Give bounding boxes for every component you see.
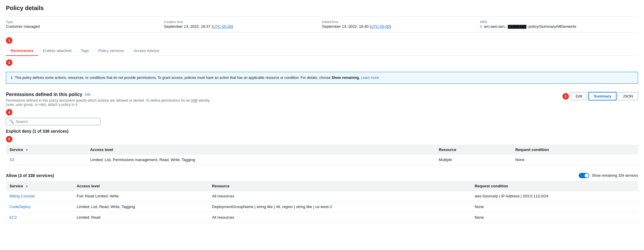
edited-label: Edited time <box>322 20 474 24</box>
learn-more-link[interactable]: Learn more <box>361 76 379 80</box>
allow-resource-billing: All resources <box>208 191 471 202</box>
allow-access-ec2: Limited: Read <box>73 212 208 223</box>
tab-policy-versions[interactable]: Policy versions <box>94 46 129 56</box>
meta-arn: ARN ⎘ arn:aws:iam::████████:policy/Summa… <box>480 20 638 29</box>
creation-utc-link[interactable]: UTC-05:00 <box>213 24 232 29</box>
deny-condition-s3: None <box>512 155 638 165</box>
btn-group-view: Edit Summary JSON <box>571 92 638 100</box>
allow-service-codedeploy: CodeDeploy <box>6 202 73 212</box>
tab-permissions[interactable]: Permissions <box>6 46 38 56</box>
toggle-group: Show remaining 334 services <box>579 173 638 178</box>
billing-console-link[interactable]: Billing Console <box>9 194 35 198</box>
table-row: Billing Console Full: Read Limited: Writ… <box>6 191 638 202</box>
meta-type: Type Customer managed <box>6 20 164 29</box>
explicit-deny-title: Explicit deny (1 of 338 services) <box>6 129 638 134</box>
permissions-section-title: Permissions defined in this policy <box>6 92 82 97</box>
permissions-info-link[interactable]: Info <box>85 92 91 97</box>
col-request-condition-allow: Request condition <box>471 181 638 191</box>
section-title-row: Permissions defined in this policy Info <box>6 92 213 97</box>
allow-condition-codedeploy: None <box>471 202 638 212</box>
summary-button[interactable]: Summary <box>588 92 617 100</box>
arn-value: ⎘ arn:aws:iam::████████:policy/SummaryAl… <box>480 24 632 29</box>
allow-table-body: Billing Console Full: Read Limited: Writ… <box>6 191 638 223</box>
arn-label: ARN <box>480 20 632 24</box>
allow-access-billing: Full: Read Limited: Write <box>73 191 208 202</box>
tabs-container: Permissions Entities attached Tags Polic… <box>6 46 638 56</box>
s3-link[interactable]: S3 <box>9 158 14 162</box>
allow-resource-ec2: All resources <box>208 212 471 223</box>
info-banner-text: This policy defines some actions, resour… <box>15 75 379 80</box>
page-title: Policy details <box>6 5 638 12</box>
step-badge-4: 4 <box>6 109 12 116</box>
permissions-section-desc: Permissions defined in this policy docum… <box>6 98 213 107</box>
toggle-knob <box>585 173 589 178</box>
allow-condition-billing: aws:SourceIp | IP Address | 203.0.113.0/… <box>471 191 638 202</box>
meta-creation: Creation time September 13, 2022, 16:37 … <box>164 20 322 29</box>
step-badge-5: 5 <box>6 136 12 142</box>
table-row: CodeDeploy Limited: List, Read, Write, T… <box>6 202 638 212</box>
tab-entities-attached[interactable]: Entities attached <box>38 46 76 56</box>
allow-access-codedeploy: Limited: List, Read, Write, Tagging <box>73 202 208 212</box>
iam-link[interactable]: IAM <box>191 98 197 103</box>
section-actions: 3 Edit Summary JSON <box>562 92 638 100</box>
tab-access-advisor[interactable]: Access Advisor <box>129 46 164 56</box>
allow-resource-codedeploy: DeploymentGroupName | string like | All,… <box>208 202 471 212</box>
permissions-section-left: Permissions defined in this policy Info … <box>6 92 213 107</box>
codedeploy-link[interactable]: CodeDeploy <box>9 204 31 209</box>
tab-tags[interactable]: Tags <box>76 46 93 56</box>
explicit-deny-header-row: Service ▼ Access level Resource Request … <box>6 145 638 155</box>
allow-service-ec2: EC2 <box>6 212 73 223</box>
explicit-deny-table-header: Service ▼ Access level Resource Request … <box>6 145 638 155</box>
col-resource-allow: Resource <box>208 181 471 191</box>
info-icon: ℹ <box>11 75 12 80</box>
allow-title: Allow (3 of 338 services) <box>6 173 54 178</box>
json-button[interactable]: JSON <box>618 92 638 100</box>
explicit-deny-table: Service ▼ Access level Resource Request … <box>6 145 638 165</box>
ec2-link[interactable]: EC2 <box>9 215 17 220</box>
edited-value: September 13, 2022, 16:40 (UTC-05:00) <box>322 24 474 29</box>
permissions-section-header: Permissions defined in this policy Info … <box>6 87 638 109</box>
step-badge-2: 2 <box>6 59 12 66</box>
table-row: S3 Limited: List, Permissions management… <box>6 155 638 165</box>
allow-section-header: Allow (3 of 338 services) Show remaining… <box>6 170 638 181</box>
allow-service-billing: Billing Console <box>6 191 73 202</box>
search-bar: 🔍 <box>6 118 100 125</box>
copy-icon[interactable]: ⎘ <box>480 25 482 29</box>
step-badge-3: 3 <box>562 93 569 100</box>
creation-label: Creation time <box>164 20 316 24</box>
meta-edited: Edited time September 13, 2022, 16:40 (U… <box>322 20 480 29</box>
allow-table-header: Service ▼ Access level Resource Request … <box>6 181 638 191</box>
deny-access-level-s3: Limited: List, Permissions management, R… <box>87 155 435 165</box>
toggle-label: Show remaining 334 services <box>592 173 638 178</box>
table-row: EC2 Limited: Read All resources None <box>6 212 638 223</box>
col-request-condition-deny: Request condition <box>512 145 638 155</box>
col-service-deny[interactable]: Service ▼ <box>6 145 87 155</box>
step-badge-1: 1 <box>6 37 12 44</box>
type-label: Type <box>6 20 158 24</box>
type-value: Customer managed <box>6 24 158 29</box>
meta-section: Type Customer managed Creation time Sept… <box>6 16 638 33</box>
deny-resource-s3: Multiple <box>435 155 512 165</box>
show-remaining-bold: Show remaining. <box>332 76 360 80</box>
col-access-level-allow: Access level <box>73 181 208 191</box>
col-resource-deny: Resource <box>435 145 512 155</box>
allow-header-row: Service ▼ Access level Resource Request … <box>6 181 638 191</box>
sort-icon-service-allow: ▼ <box>25 185 28 188</box>
col-access-level-deny: Access level <box>87 145 435 155</box>
sort-icon-service: ▼ <box>25 148 28 152</box>
edited-utc-link[interactable]: UTC-05:00 <box>371 24 390 29</box>
allow-table: Service ▼ Access level Resource Request … <box>6 181 638 223</box>
creation-value: September 13, 2022, 16:37 (UTC-05:00) <box>164 24 316 29</box>
arn-text: arn:aws:iam::████████:policy/SummaryAllE… <box>484 24 576 29</box>
search-input[interactable] <box>16 119 97 124</box>
edit-button[interactable]: Edit <box>571 92 587 100</box>
allow-condition-ec2: None <box>471 212 638 223</box>
explicit-deny-table-body: S3 Limited: List, Permissions management… <box>6 155 638 165</box>
search-icon: 🔍 <box>9 119 14 124</box>
info-banner: ℹ This policy defines some actions, reso… <box>6 72 638 84</box>
col-service-allow[interactable]: Service ▼ <box>6 181 73 191</box>
deny-service-s3: S3 <box>6 155 87 165</box>
show-remaining-toggle[interactable] <box>579 173 589 178</box>
